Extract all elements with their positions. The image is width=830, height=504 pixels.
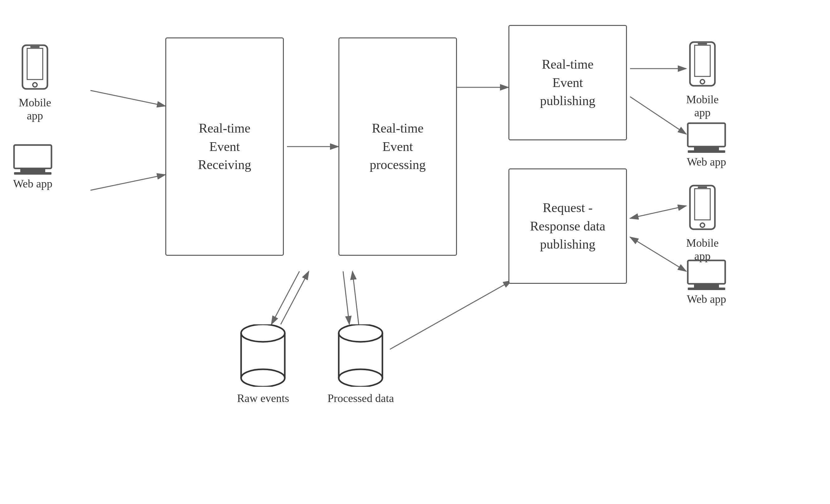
raw-events-db: Raw events (237, 324, 289, 405)
svg-point-41 (339, 324, 382, 342)
svg-point-43 (339, 369, 382, 387)
svg-point-38 (241, 369, 285, 387)
web-app-left-label: Web app (13, 177, 53, 190)
svg-line-9 (630, 237, 686, 271)
svg-line-13 (352, 271, 359, 324)
web-app-top-right-label: Web app (687, 155, 726, 168)
svg-point-36 (241, 324, 285, 342)
svg-rect-28 (688, 150, 725, 153)
svg-rect-34 (694, 284, 719, 288)
web-app-bottom-right-label: Web app (687, 292, 726, 306)
svg-rect-20 (20, 169, 45, 172)
svg-rect-18 (30, 46, 40, 48)
svg-rect-26 (688, 123, 725, 147)
svg-rect-27 (694, 147, 719, 150)
svg-rect-32 (698, 187, 707, 188)
mobile-app-top-right: Mobileapp (686, 40, 719, 119)
svg-point-24 (700, 80, 705, 84)
svg-rect-35 (688, 288, 725, 290)
publishing-box: Real-timeEventpublishing (508, 25, 627, 140)
svg-line-11 (281, 271, 309, 324)
svg-point-31 (700, 223, 705, 227)
web-app-top-right: Web app (686, 122, 727, 168)
web-app-bottom-right: Web app (686, 259, 727, 306)
receiving-box: Real-timeEventReceiving (165, 37, 284, 256)
svg-line-2 (91, 90, 165, 106)
mobile-app-top-right-label: Mobileapp (686, 93, 719, 119)
svg-line-3 (91, 175, 165, 190)
svg-rect-19 (14, 145, 52, 168)
request-response-box: Request -Response datapublishing (508, 168, 627, 284)
svg-line-7 (630, 97, 686, 134)
processed-data-label: Processed data (327, 392, 394, 405)
web-app-left: Web app (12, 144, 53, 190)
mobile-app-top-left: Mobileapp (19, 44, 51, 122)
mobile-app-bottom-right: Mobileapp (686, 184, 719, 262)
svg-rect-33 (688, 260, 725, 284)
mobile-app-top-left-label: Mobileapp (19, 96, 51, 122)
svg-rect-25 (698, 43, 707, 44)
svg-rect-30 (695, 189, 710, 220)
svg-rect-21 (14, 172, 52, 175)
svg-line-12 (343, 271, 349, 324)
raw-events-label: Raw events (237, 392, 289, 405)
svg-rect-16 (27, 48, 43, 80)
svg-line-14 (390, 281, 512, 349)
svg-point-17 (33, 83, 37, 87)
processed-data-db: Processed data (327, 324, 394, 405)
svg-rect-23 (695, 45, 710, 76)
processing-box: Real-timeEventprocessing (339, 37, 457, 256)
diagram-container: Real-timeEventReceiving Real-timeEventpr… (0, 0, 830, 504)
svg-line-8 (630, 206, 686, 218)
svg-line-10 (272, 271, 299, 324)
